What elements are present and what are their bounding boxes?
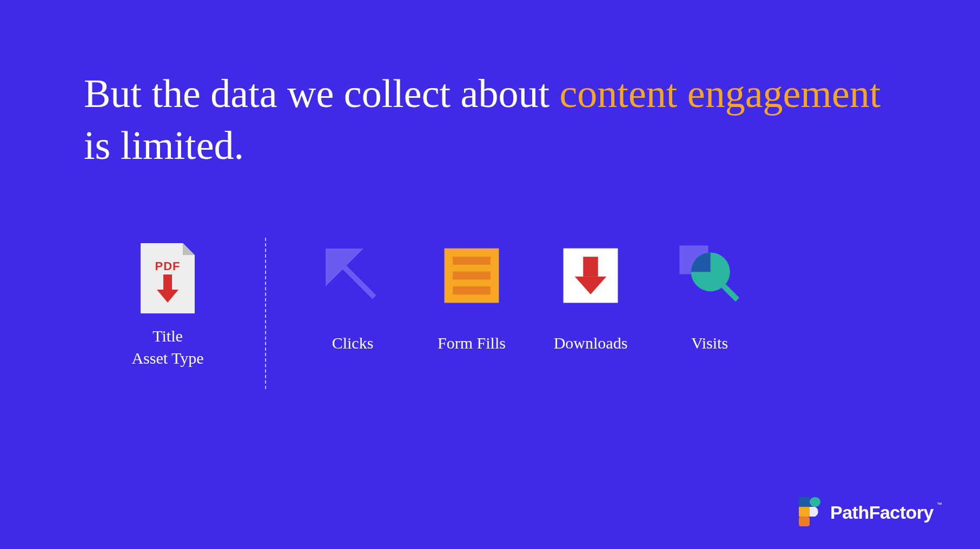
svg-rect-9 [583, 257, 598, 277]
metrics-row: Clicks Form Fills [315, 243, 747, 352]
metric-visits: Visits [672, 243, 747, 352]
pdf-file-icon: PDF [141, 243, 195, 313]
asset-column: PDF Title Asset Type [108, 243, 227, 369]
headline-part2: is limited. [84, 123, 244, 168]
headline-part1: But the data we collect about [84, 71, 559, 116]
svg-rect-15 [810, 497, 820, 507]
cursor-arrow-icon [320, 243, 385, 308]
metric-label: Downloads [554, 334, 628, 352]
svg-marker-1 [157, 290, 178, 303]
metric-form-fills: Form Fills [434, 243, 509, 352]
asset-caption: Title Asset Type [131, 325, 203, 369]
headline: But the data we collect about content en… [84, 68, 895, 171]
svg-rect-14 [799, 497, 810, 507]
headline-accent: content engagement [559, 71, 880, 116]
brand-footer: PathFactory ™ [799, 497, 942, 527]
svg-rect-7 [453, 286, 491, 294]
asset-caption-line2: Asset Type [131, 347, 203, 370]
metric-downloads: Downloads [553, 243, 628, 352]
metric-label: Clicks [332, 334, 374, 352]
content-row: PDF Title Asset Type [108, 243, 747, 389]
svg-rect-5 [453, 257, 491, 265]
slide: But the data we collect about content en… [0, 0, 980, 549]
brand-trademark: ™ [937, 501, 942, 507]
brand-name: PathFactory [830, 502, 933, 523]
pdf-filetype-label: PDF [141, 259, 195, 273]
pdf-download-arrow-icon [157, 274, 178, 304]
svg-rect-6 [453, 272, 491, 280]
form-lines-icon [439, 243, 504, 308]
metric-clicks: Clicks [315, 243, 390, 352]
svg-rect-0 [163, 274, 172, 290]
svg-rect-17 [799, 517, 810, 526]
asset-caption-line1: Title [131, 325, 203, 347]
pdf-page-shape: PDF [141, 243, 195, 313]
vertical-divider [265, 238, 266, 389]
download-arrow-icon [558, 243, 623, 308]
metric-label: Visits [691, 334, 728, 352]
metric-label: Form Fills [438, 334, 506, 352]
svg-line-13 [724, 286, 738, 300]
svg-rect-16 [799, 507, 810, 517]
magnifier-chart-icon [677, 243, 742, 308]
pathfactory-logo-icon [799, 497, 823, 527]
